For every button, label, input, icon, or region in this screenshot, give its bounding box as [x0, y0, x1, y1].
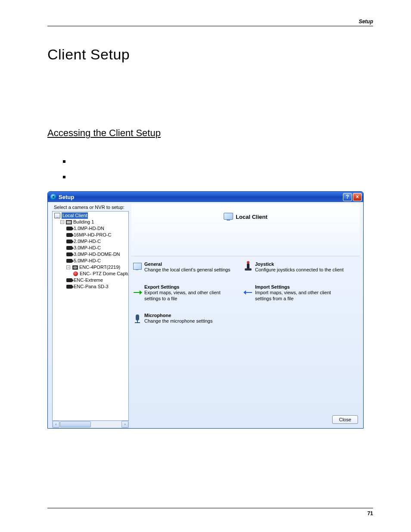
camera-icon [66, 246, 72, 250]
camera-icon [66, 240, 72, 243]
local-client-icon [224, 213, 233, 221]
help-button[interactable]: ? [343, 193, 352, 201]
camera-icon [66, 252, 72, 256]
general-icon [133, 263, 142, 270]
scroll-track[interactable] [60, 421, 121, 428]
titlebar[interactable]: Setup ? × [48, 192, 363, 202]
scroll-left-button[interactable]: ‹ [53, 421, 59, 428]
camera-icon [66, 278, 72, 282]
tree-item-camera[interactable]: 16MP-HD-PRO-C [66, 232, 128, 238]
tree-item-camera[interactable]: 2.0MP-HD-C [66, 238, 128, 245]
bullet-list [63, 160, 373, 178]
content-header: Local Client [131, 204, 360, 256]
tree-item-camera[interactable]: 3.0MP-HD-DOME-DN [66, 251, 128, 258]
option-title: Microphone [144, 313, 212, 318]
tree-root-local-client[interactable]: Local Client [54, 212, 128, 219]
option-title: Import Settings [255, 284, 344, 289]
tree-item-camera[interactable]: 5.0MP-HD-C [66, 258, 128, 264]
camera-icon [66, 285, 72, 289]
option-desc: Configure joysticks connected to the cli… [255, 267, 343, 273]
option-export-settings[interactable]: Export Settings Export maps, views, and … [133, 284, 234, 302]
monitor-icon [54, 213, 60, 218]
option-title: General [144, 261, 230, 267]
tree-item-ptz[interactable]: ENC- PTZ Dome Captu [72, 271, 128, 277]
microphone-icon [136, 314, 139, 320]
tree-item-label: 3.0MP-HD-C [74, 245, 101, 251]
tree-item-label: ENC- PTZ Dome Captu [80, 271, 129, 277]
tree-item-label: ENC-4PORT(2219) [79, 264, 120, 271]
close-button[interactable]: Close [332, 415, 358, 424]
tree-item-label: Building 1 [73, 219, 94, 225]
site-icon [66, 220, 72, 224]
setup-window: Setup ? × Select a camera or NVR to setu… [47, 191, 364, 429]
tree-item-camera[interactable]: 3.0MP-HD-C [66, 245, 128, 251]
option-microphone[interactable]: Microphone Change the microphone setting… [133, 313, 234, 324]
tree-item-label: 2.0MP-HD-C [74, 238, 101, 245]
option-import-settings[interactable]: Import Settings Import maps, views, and … [244, 284, 344, 302]
tree-pane: Select a camera or NVR to setup: Local C… [48, 202, 131, 428]
tree-horizontal-scrollbar[interactable]: ‹ › [52, 421, 129, 428]
section-heading: Accessing the Client Setup [47, 128, 373, 139]
option-title: Export Settings [144, 284, 234, 289]
option-title: Joystick [255, 261, 343, 267]
tree-item-label: 3.0MP-HD-DOME-DN [74, 251, 120, 258]
export-icon [134, 292, 141, 293]
tree-item-camera[interactable]: ENC-Pana SD-3 [66, 283, 128, 290]
page-title: Client Setup [47, 46, 373, 63]
option-desc: Change the local client's general settin… [144, 267, 230, 273]
device-tree[interactable]: Local Client − Building 1 [52, 211, 129, 421]
tree-item-label: 5.0MP-HD-C [74, 258, 101, 264]
tree-item-camera[interactable]: 1.0MP-HD-DN [66, 225, 128, 232]
close-icon[interactable]: × [353, 193, 362, 201]
tree-item-label: ENC-Pana SD-3 [74, 283, 109, 290]
content-header-title: Local Client [236, 214, 268, 220]
header-category: Setup [359, 19, 373, 25]
content-pane: Local Client General Change the local cl… [131, 202, 363, 428]
import-icon [244, 292, 252, 293]
joystick-icon [247, 263, 249, 269]
bullet-icon [63, 160, 65, 163]
nvr-icon [72, 265, 78, 270]
tree-caption: Select a camera or NVR to setup: [54, 205, 131, 210]
option-desc: Import maps, views, and other client set… [255, 290, 344, 302]
camera-icon [66, 233, 72, 237]
window-title: Setup [59, 194, 74, 200]
camera-icon [66, 259, 72, 263]
page-number: 71 [367, 510, 373, 516]
footer-rule [47, 508, 373, 508]
option-general[interactable]: General Change the local client's genera… [133, 261, 234, 273]
option-desc: Change the microphone settings [144, 318, 212, 324]
camera-icon [66, 227, 72, 230]
tree-item-camera[interactable]: ENC-Extreme [66, 277, 128, 283]
collapse-icon[interactable]: − [66, 265, 70, 269]
app-icon [50, 194, 56, 200]
scroll-thumb[interactable] [60, 421, 91, 427]
bullet-icon [63, 176, 65, 178]
tree-site-building1[interactable]: − Building 1 [60, 219, 128, 225]
scroll-right-button[interactable]: › [121, 421, 128, 428]
tree-item-label: ENC-Extreme [74, 277, 103, 283]
collapse-icon[interactable]: − [60, 220, 64, 224]
tree-item-label: 1.0MP-HD-DN [74, 225, 104, 232]
tree-item-nvr[interactable]: − ENC-4PORT(2219) [66, 264, 128, 271]
option-desc: Export maps, views, and other client set… [144, 290, 234, 302]
tree-item-label: 16MP-HD-PRO-C [74, 232, 111, 238]
ptz-icon [73, 271, 78, 276]
tree-item-label: Local Client [62, 212, 88, 219]
option-joystick[interactable]: Joystick Configure joysticks connected t… [244, 261, 344, 273]
